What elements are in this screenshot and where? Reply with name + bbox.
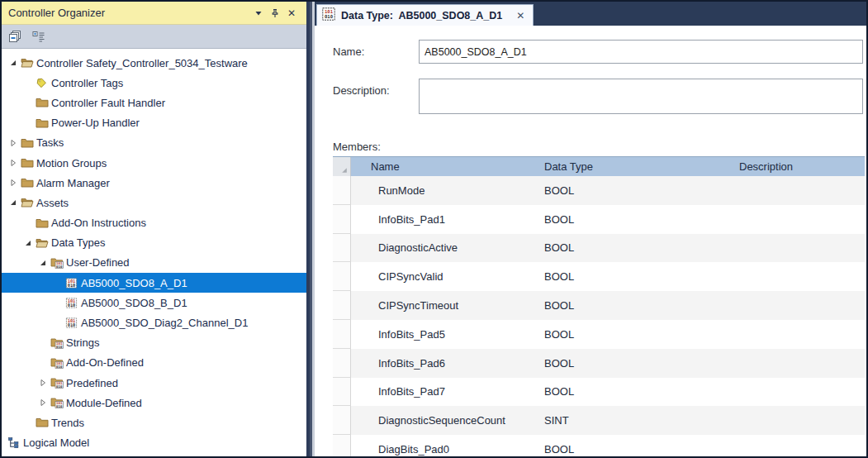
name-input[interactable] [419, 40, 863, 64]
member-cell-data-type[interactable]: BOOL [538, 205, 734, 234]
tree-item-user-defined[interactable]: 101010User-Defined [2, 253, 306, 273]
tree-item-trends[interactable]: Trends [2, 413, 306, 432]
tree-expander-collapsed-icon[interactable] [36, 378, 50, 388]
tree-item-motion-groups[interactable]: Motion Groups [2, 153, 306, 173]
tree-item-add-on-instructions[interactable]: Add-On Instructions [2, 213, 306, 233]
udt-tab-icon: 101010 [322, 7, 335, 24]
member-cell-data-type[interactable]: BOOL [538, 378, 734, 407]
member-row-infobits_pad5[interactable]: InfoBits_Pad5BOOL [333, 320, 865, 349]
member-cell-name[interactable]: InfoBits_Pad6 [351, 349, 538, 378]
member-cell-data-type[interactable]: BOOL [538, 320, 734, 349]
tree-item-label: Controller Safety_Controller_5034_Testwa… [36, 57, 248, 69]
tree-item-alarm-manager[interactable]: Alarm Manager [2, 173, 306, 193]
tree-item-controller-safety-controller-5034-testware[interactable]: Controller Safety_Controller_5034_Testwa… [2, 53, 306, 73]
member-cell-name[interactable]: InfoBits_Pad5 [351, 320, 538, 349]
member-cell-name[interactable]: CIPSyncTimeout [351, 291, 538, 320]
tree-expander-collapsed-icon[interactable] [7, 138, 20, 148]
tree-expander-collapsed-icon[interactable] [36, 398, 50, 408]
member-cell-data-type[interactable]: BOOL [538, 435, 734, 456]
member-row-diagbits_pad0[interactable]: DiagBits_Pad0BOOL [333, 435, 865, 456]
tree-item-data-types[interactable]: Data Types [2, 233, 306, 253]
column-header-description[interactable]: Description [734, 157, 865, 176]
member-cell-data-type[interactable]: SINT [538, 406, 734, 435]
row-selector-cell[interactable] [333, 435, 351, 456]
tree-item-logical-model[interactable]: Logical Model [2, 433, 306, 453]
tab-close-icon[interactable]: ✕ [516, 10, 524, 21]
member-cell-data-type[interactable]: BOOL [538, 291, 734, 320]
member-cell-description[interactable] [734, 291, 865, 320]
row-selector-cell[interactable] [333, 205, 351, 234]
member-cell-name[interactable]: RunMode [351, 176, 538, 205]
member-cell-description[interactable] [734, 378, 865, 407]
row-selector-cell[interactable] [333, 320, 351, 349]
tree-expander-collapsed-icon[interactable] [7, 178, 20, 188]
tree-expander-spacer [21, 218, 35, 228]
member-cell-description[interactable] [734, 349, 865, 378]
tree-item-ab5000-sdo8-a-d1[interactable]: 101010AB5000_SDO8_A_D1 [2, 273, 306, 293]
column-header-name[interactable]: Name [351, 157, 538, 176]
tab-data-type[interactable]: 101010 Data Type: AB5000_SDO8_A_D1 ✕ [316, 4, 534, 26]
tree-item-ab5000-sdo-diag2-channel-d1[interactable]: 101010AB5000_SDO_Diag2_Channel_D1 [2, 312, 306, 332]
tree-expander-spacer [21, 78, 35, 88]
row-selector-cell[interactable] [333, 176, 351, 205]
member-row-diagnosticsequencecount[interactable]: DiagnosticSequenceCountSINT [333, 406, 865, 435]
member-cell-description[interactable] [734, 320, 865, 349]
tree-expander-expanded-icon[interactable] [7, 198, 20, 208]
tree-item-assets[interactable]: Assets [2, 193, 306, 212]
tree-expander-expanded-icon[interactable] [36, 258, 50, 268]
member-cell-description[interactable] [734, 406, 865, 435]
member-row-infobits_pad1[interactable]: InfoBits_Pad1BOOL [333, 205, 865, 234]
description-input[interactable] [419, 79, 863, 114]
member-cell-description[interactable] [734, 205, 865, 234]
tree-item-strings[interactable]: 101010Strings [2, 333, 306, 353]
tree-expander-collapsed-icon[interactable] [7, 158, 20, 168]
organizer-view-button[interactable] [30, 27, 48, 45]
member-row-infobits_pad7[interactable]: InfoBits_Pad7BOOL [333, 378, 865, 407]
member-cell-description[interactable] [734, 262, 865, 291]
row-selector-cell[interactable] [333, 349, 351, 378]
row-selector-cell[interactable] [333, 406, 351, 435]
member-cell-name[interactable]: DiagnosticSequenceCount [351, 406, 538, 435]
collapse-all-button[interactable] [7, 27, 25, 45]
member-row-diagnosticactive[interactable]: DiagnosticActiveBOOL [333, 234, 865, 263]
member-cell-data-type[interactable]: BOOL [538, 262, 734, 291]
tree-item-label: Controller Fault Handler [51, 97, 165, 109]
row-selector-cell[interactable] [333, 234, 351, 263]
tree-expander-expanded-icon[interactable] [7, 58, 20, 68]
close-icon[interactable]: ✕ [283, 6, 300, 21]
tree-item-ab5000-sdo8-b-d1[interactable]: 101010AB5000_SDO8_B_D1 [2, 293, 306, 312]
row-selector-cell[interactable] [333, 262, 351, 291]
member-cell-description[interactable] [734, 435, 865, 456]
member-row-runmode[interactable]: RunModeBOOL [333, 176, 865, 205]
window-position-chevron-icon[interactable] [250, 6, 267, 21]
tree-item-controller-fault-handler[interactable]: Controller Fault Handler [2, 93, 306, 112]
member-cell-description[interactable] [734, 234, 865, 263]
member-row-infobits_pad6[interactable]: InfoBits_Pad6BOOL [333, 349, 865, 378]
row-selector-header[interactable] [333, 157, 351, 176]
member-cell-data-type[interactable]: BOOL [538, 234, 734, 263]
tree-item-module-defined[interactable]: 101010Module-Defined [2, 393, 306, 413]
pin-icon[interactable] [267, 6, 283, 21]
row-selector-cell[interactable] [333, 291, 351, 320]
member-cell-name[interactable]: DiagnosticActive [351, 234, 538, 263]
member-cell-data-type[interactable]: BOOL [538, 176, 734, 205]
panel-splitter[interactable] [306, 2, 315, 456]
column-header-data-type[interactable]: Data Type [538, 157, 734, 176]
folder-icon [35, 117, 49, 130]
tree-expander-expanded-icon[interactable] [21, 238, 35, 248]
member-cell-description[interactable] [734, 176, 865, 205]
member-row-cipsyncvalid[interactable]: CIPSyncValidBOOL [333, 262, 865, 291]
tree-item-tasks[interactable]: Tasks [2, 133, 306, 153]
member-cell-name[interactable]: InfoBits_Pad7 [351, 378, 538, 407]
member-cell-name[interactable]: CIPSyncValid [351, 262, 538, 291]
member-row-cipsynctimeout[interactable]: CIPSyncTimeoutBOOL [333, 291, 865, 320]
member-cell-name[interactable]: InfoBits_Pad1 [351, 205, 538, 234]
member-cell-data-type[interactable]: BOOL [538, 349, 734, 378]
tree-item-controller-tags[interactable]: Controller Tags [2, 73, 306, 93]
tree-item-predefined[interactable]: 101010Predefined [2, 373, 306, 393]
member-cell-name[interactable]: DiagBits_Pad0 [351, 435, 538, 456]
svg-text:010: 010 [56, 265, 63, 269]
row-selector-cell[interactable] [333, 378, 351, 407]
tree-item-power-up-handler[interactable]: Power-Up Handler [2, 113, 306, 133]
tree-item-add-on-defined[interactable]: 101010Add-On-Defined [2, 353, 306, 373]
